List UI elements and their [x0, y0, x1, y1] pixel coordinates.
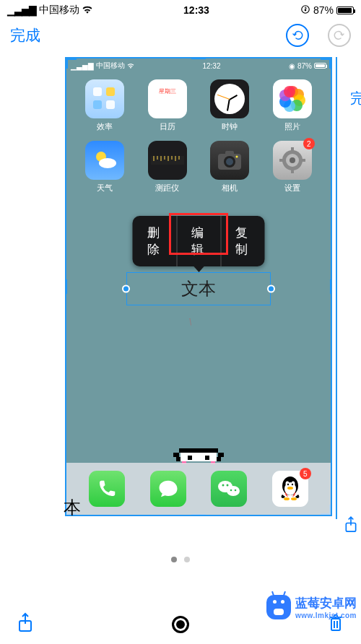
inner-battery-pct: 87%: [297, 62, 312, 70]
menu-copy[interactable]: 复制: [221, 216, 265, 266]
calendar-day: 17: [157, 95, 178, 114]
screenshot-thumbnail[interactable]: ▁▃▅▇ 中国移动 12:32 ◉ 87% 效率: [65, 57, 332, 516]
weather-icon: [85, 141, 124, 180]
selection-handle[interactable]: [122, 285, 130, 293]
canvas: ▁▃▅▇ 中国移动 12:32 ◉ 87% 效率: [22, 57, 339, 545]
app-label: 测距仪: [155, 183, 179, 193]
svg-point-41: [227, 486, 240, 496]
app-label: 时钟: [222, 121, 238, 132]
app-efficiency: 效率: [77, 79, 134, 132]
app-measure: 测距仪: [139, 141, 196, 193]
svg-rect-26: [291, 169, 294, 173]
battery-icon: [336, 6, 354, 14]
svg-point-43: [227, 484, 229, 487]
app-calendar: 星期三 17 日历: [139, 79, 196, 132]
svg-rect-66: [274, 609, 284, 615]
svg-point-20: [226, 158, 233, 165]
svg-point-7: [99, 158, 116, 168]
svg-rect-25: [291, 147, 294, 152]
annotation-arrow: [189, 250, 191, 394]
carrier-label: 中国移动: [39, 4, 79, 17]
gear-icon: 2: [273, 141, 312, 180]
outer-status-bar: ▁▃▅▇ 中国移动 12:33 87%: [0, 0, 361, 18]
inner-clock: 12:32: [202, 62, 220, 70]
watermark-url: www.lmkjst.com: [295, 612, 357, 619]
undo-button[interactable]: [286, 24, 309, 47]
dock: 5: [66, 463, 331, 515]
redo-button[interactable]: [328, 24, 351, 47]
svg-point-50: [287, 484, 289, 485]
wifi-icon: [82, 4, 92, 16]
markup-pen-button[interactable]: [172, 616, 189, 633]
qq-icon: 5: [272, 471, 308, 507]
menu-delete[interactable]: 删除: [133, 216, 177, 266]
share-button[interactable]: [16, 612, 35, 637]
measure-icon: [148, 141, 187, 180]
svg-rect-27: [279, 159, 284, 162]
notification-badge: 2: [303, 138, 315, 149]
svg-rect-2: [93, 87, 102, 96]
text-annotation-value: 文本: [181, 277, 216, 300]
folder-icon: [85, 79, 124, 118]
editor-toolbar: 完成: [0, 18, 361, 57]
svg-marker-30: [189, 318, 190, 319]
notification-badge: 5: [300, 468, 311, 479]
done-button-peek: 完: [350, 89, 361, 108]
calendar-icon: 星期三 17: [148, 79, 187, 118]
inner-carrier: 中国移动: [96, 61, 125, 71]
app-label: 日历: [160, 121, 175, 132]
svg-point-51: [292, 484, 293, 485]
page-dot[interactable]: [184, 557, 190, 562]
svg-rect-3: [106, 87, 115, 96]
crop-handle[interactable]: [65, 279, 67, 294]
text-annotation[interactable]: 文本: [126, 272, 271, 305]
phone-icon: [89, 471, 125, 507]
wifi-icon: [127, 62, 134, 70]
svg-point-52: [287, 487, 293, 489]
svg-point-48: [285, 482, 289, 487]
app-weather: 天气: [77, 141, 134, 193]
svg-rect-28: [301, 159, 305, 162]
context-menu: 删除 编辑 复制: [133, 216, 265, 266]
selection-handle[interactable]: [267, 285, 275, 293]
app-label: 设置: [284, 183, 300, 193]
menu-edit[interactable]: 编辑: [177, 216, 221, 266]
app-label: 天气: [97, 183, 113, 193]
page-indicator-inner: ● ○: [66, 452, 331, 458]
crop-handle[interactable]: [330, 279, 332, 294]
app-label: 效率: [97, 121, 113, 132]
signal-icon: ▁▃▅▇: [7, 4, 36, 16]
home-screen-grid: 效率 星期三 17 日历 时钟: [66, 71, 331, 199]
outer-clock: 12:33: [183, 4, 209, 16]
battery-icon: [314, 63, 326, 69]
svg-point-21: [236, 156, 238, 158]
watermark-logo-icon: [266, 595, 291, 619]
wechat-icon: [211, 471, 247, 507]
crop-handle[interactable]: [329, 57, 332, 69]
share-icon[interactable]: [344, 515, 358, 537]
svg-point-54: [291, 497, 297, 500]
svg-rect-18: [225, 151, 234, 155]
app-camera: 相机: [201, 141, 258, 193]
crop-handle[interactable]: [65, 57, 68, 69]
app-label: 相机: [222, 183, 238, 193]
crop-handle[interactable]: [191, 57, 206, 59]
next-screenshot-peek: 完: [336, 57, 357, 519]
page-indicator: [0, 557, 361, 562]
svg-rect-4: [93, 100, 102, 109]
page-dot[interactable]: [171, 557, 177, 562]
svg-point-53: [284, 497, 290, 500]
photos-icon: [273, 79, 312, 118]
svg-rect-5: [106, 100, 115, 109]
orientation-lock-icon: ◉: [289, 62, 295, 70]
svg-rect-59: [331, 619, 340, 630]
watermark-title: 蓝莓安卓网: [295, 595, 357, 612]
done-button[interactable]: 完成: [10, 25, 40, 45]
watermark: 蓝莓安卓网 www.lmkjst.com: [266, 595, 357, 619]
clock-icon: [210, 79, 249, 118]
app-settings: 2 设置: [264, 141, 321, 193]
svg-point-44: [230, 489, 232, 492]
orientation-lock-icon: [300, 4, 310, 17]
svg-point-45: [235, 489, 237, 492]
app-photos: 照片: [264, 79, 321, 132]
